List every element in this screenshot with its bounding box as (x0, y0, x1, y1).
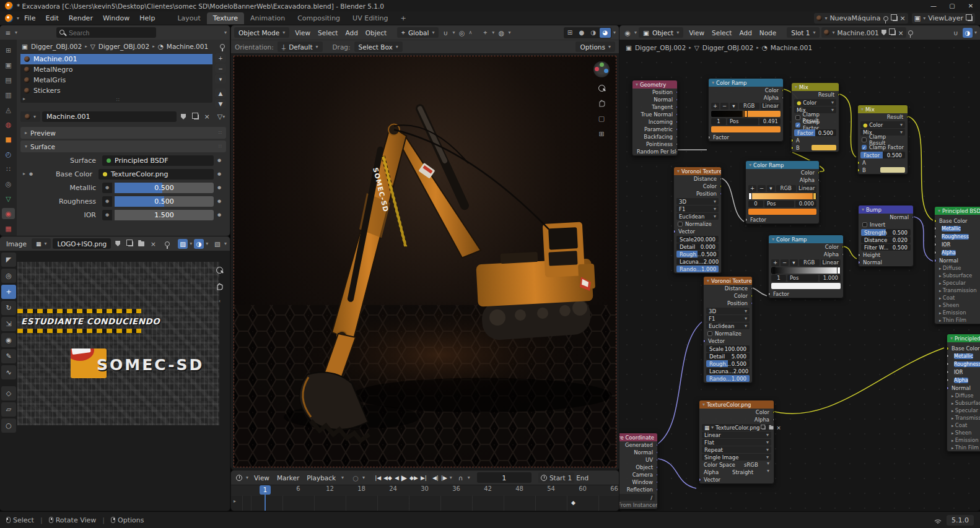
pinch-tool[interactable]: ○ (1, 418, 16, 433)
principled-bsdf-2-node[interactable]: ▾Principled BSDF Base Color Metallic Rou… (947, 334, 980, 452)
node-output-socket[interactable]: Camera (619, 471, 657, 478)
collapsed-section[interactable]: ▸ Subsurface (935, 272, 980, 279)
socket-icon[interactable] (699, 478, 701, 482)
material-slot[interactable]: Machine.001 (20, 54, 212, 64)
socket-icon[interactable] (842, 245, 844, 249)
socket-icon[interactable] (656, 458, 658, 462)
move-tool[interactable]: + (1, 285, 16, 299)
keyframe-diamond-icon[interactable]: ◆ (571, 500, 575, 506)
node-param-slider[interactable]: Scale200.000 (676, 236, 719, 243)
node-param-slider[interactable]: Filter W...0.500 (861, 244, 911, 251)
unlink-material-button[interactable]: × (202, 112, 212, 122)
clamp-factor-checkbox[interactable]: ✓Clamp Factor (792, 121, 839, 129)
socket-icon[interactable] (906, 115, 908, 119)
node-param-slider[interactable]: Rough...0.500 (706, 360, 750, 367)
gradient-bar[interactable] (771, 267, 841, 274)
socket-icon[interactable] (947, 347, 949, 350)
invert-checkbox[interactable]: Invert (859, 221, 913, 228)
overlays-icon[interactable]: ◍ (496, 28, 506, 38)
navigation-gizmo[interactable] (593, 61, 610, 77)
proportional-edit-icon[interactable]: ◎ (457, 28, 467, 38)
node-output-socket[interactable]: Distance (674, 175, 721, 183)
options-chevron-icon[interactable]: ▾ (224, 30, 227, 35)
gradient-bar[interactable] (711, 111, 781, 117)
image-name-field[interactable]: LOGO+ISO.png (53, 238, 111, 249)
socket-icon[interactable] (935, 227, 937, 230)
workspace-tab[interactable]: Animation (244, 12, 291, 24)
socket-icon[interactable] (676, 120, 678, 124)
voronoi-1-node[interactable]: ▾Voronoi Texture DistanceColorPosition 3… (673, 167, 722, 274)
copy-icon[interactable] (763, 426, 766, 430)
timeline-ruler[interactable]: 1612182430364248546066 (231, 485, 619, 495)
output-tab-icon[interactable]: ▤ (2, 74, 15, 85)
node-output-socket[interactable]: Position (632, 89, 677, 96)
slot-specials-button[interactable]: ▾ (215, 74, 226, 84)
drag-dropdown[interactable]: Select Box▾ (354, 41, 403, 52)
socket-icon[interactable] (676, 142, 678, 146)
node-output-socket[interactable]: Reflection (619, 486, 657, 493)
socket-icon[interactable] (720, 192, 722, 196)
alpha-output[interactable]: Alpha (699, 416, 774, 423)
alpha-mode-row[interactable]: AlphaStraight▾ (699, 469, 774, 476)
node-output-socket[interactable]: Random Per Island (632, 148, 677, 155)
collapsed-section[interactable]: ▸ Thin Film (935, 316, 980, 324)
camera-view-icon[interactable]: ▢ (598, 115, 605, 123)
factor-slider[interactable]: Factor0.500 (860, 152, 905, 158)
rendered-shading-icon[interactable]: ◕ (600, 28, 611, 38)
scale-tool[interactable]: ⇲ (1, 317, 16, 331)
next-keyframe-button[interactable]: ◆▶ (409, 475, 418, 481)
pin-icon[interactable] (220, 44, 225, 49)
object-eyedropper-field[interactable]: ∕ (619, 494, 655, 501)
scene-tab-icon[interactable]: ◬ (2, 104, 15, 115)
alpha-output[interactable]: Alpha (746, 176, 819, 184)
menu-item[interactable]: Render (64, 13, 98, 24)
color-swatch[interactable] (711, 126, 781, 132)
paint-mode-toggle[interactable]: ▨ (178, 239, 188, 249)
socket-icon[interactable] (792, 146, 794, 150)
socket-icon[interactable] (859, 261, 860, 264)
surface-shader-button[interactable]: Principled BSDF (102, 155, 214, 166)
ramp-handle[interactable] (813, 193, 816, 200)
mask-mode-icon[interactable]: ▧ (212, 239, 222, 249)
surface-panel-header[interactable]: ▾ Surface ∷ (20, 141, 226, 152)
node-param-slider[interactable]: Strength0.500 (861, 229, 911, 236)
jump-to-start-button[interactable]: |◀ (375, 475, 381, 481)
timeline-track[interactable]: ▸ 1 ◆ (231, 496, 619, 511)
tweak-tool[interactable]: ◤ (1, 253, 16, 267)
show-gizmo-icon[interactable]: ⌖ (480, 28, 490, 38)
socket-icon[interactable] (656, 473, 658, 477)
socket-icon[interactable] (676, 113, 678, 116)
node-output-socket[interactable]: Normal (619, 449, 657, 456)
collapsed-section[interactable]: ▸ Transmission (935, 287, 980, 294)
socket-icon[interactable] (782, 89, 784, 92)
socket-icon[interactable] (676, 150, 678, 154)
node-output-socket[interactable]: Window (619, 478, 657, 486)
object-tab-icon[interactable]: ■ (2, 134, 15, 145)
snap-magnet-icon[interactable]: ∪ (440, 28, 450, 38)
eyedropper-icon[interactable]: ∕ (650, 495, 652, 501)
result-output[interactable]: Result (792, 91, 839, 98)
collapsed-section[interactable]: ▸ Diffuse (947, 392, 980, 399)
node-output-socket[interactable]: Color (704, 292, 752, 300)
ramp-handle[interactable] (744, 110, 748, 118)
mix-1-node[interactable]: ▾Mix Result ● Color▾ Mix▾ Clamp Result ✓… (791, 82, 839, 152)
ramp-handle[interactable] (772, 267, 776, 274)
duplicate-material-button[interactable] (190, 112, 200, 122)
menu-item[interactable]: View (250, 473, 273, 483)
unlink-image-button[interactable]: × (148, 239, 158, 249)
socket-icon[interactable] (720, 177, 722, 181)
add-workspace-button[interactable]: + (395, 12, 413, 24)
bump-node[interactable]: ▾Bump Normal Invert Strength0.500Distanc… (858, 205, 914, 267)
node-canvas[interactable]: ▾Geometry PositionNormalTangentTrue Norm… (619, 25, 980, 511)
shader-type-dropdown[interactable]: ▣Object▾ (639, 27, 683, 38)
expand-icon[interactable]: ▸ (23, 171, 25, 176)
ramp-options-button[interactable]: ▾ (730, 103, 738, 110)
socket-icon[interactable] (935, 259, 937, 262)
socket-icon[interactable] (676, 135, 678, 139)
add-stop-button[interactable]: + (771, 259, 779, 266)
socket-icon[interactable] (842, 253, 844, 256)
b-input[interactable]: B (792, 144, 839, 152)
relax-tool[interactable]: ▱ (1, 402, 16, 417)
socket-icon[interactable] (912, 215, 914, 219)
socket-icon[interactable] (818, 178, 820, 182)
